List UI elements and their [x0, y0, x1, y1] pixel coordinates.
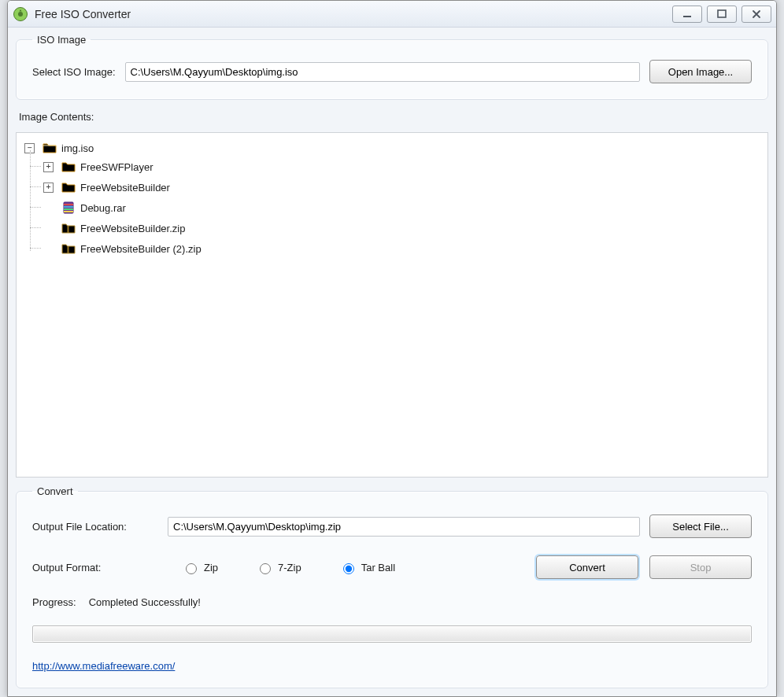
output-location-label: Output File Location:: [32, 521, 158, 533]
select-iso-row: Select ISO Image: Open Image...: [32, 60, 752, 83]
tree-root[interactable]: − img.iso +: [20, 138, 764, 260]
convert-button[interactable]: Convert: [536, 555, 638, 579]
app-icon: [13, 6, 28, 22]
format-radio-tarball[interactable]: Tar Ball: [339, 561, 395, 574]
tree-item-file[interactable]: Debug.rar: [43, 197, 764, 218]
progress-bar: [32, 625, 752, 643]
zip-archive-icon: [61, 242, 76, 256]
app-window: Free ISO Converter ISO Image Select ISO …: [7, 0, 777, 697]
svg-rect-2: [683, 16, 691, 17]
expand-icon[interactable]: +: [43, 162, 54, 172]
svg-rect-9: [68, 226, 69, 233]
iso-image-legend: ISO Image: [32, 34, 91, 46]
output-location-row: Output File Location: Select File...: [32, 514, 752, 538]
close-button[interactable]: [741, 6, 771, 23]
client-area: ISO Image Select ISO Image: Open Image..…: [8, 28, 776, 696]
tree-item-folder[interactable]: + FreeWebsiteBuilder: [43, 177, 764, 197]
zip-archive-icon: [61, 221, 76, 235]
tree-item-folder[interactable]: + FreeSWFPlayer: [43, 157, 764, 177]
window-controls: [672, 6, 771, 23]
svg-rect-8: [64, 211, 73, 212]
output-path-input[interactable]: [168, 517, 640, 537]
image-contents-tree[interactable]: − img.iso +: [16, 132, 768, 478]
format-radio-7zip[interactable]: 7-Zip: [256, 561, 301, 574]
rar-archive-icon: [61, 201, 76, 215]
expand-icon[interactable]: +: [43, 183, 54, 193]
minimize-button[interactable]: [672, 6, 702, 23]
radio-input[interactable]: [260, 563, 271, 574]
select-iso-label: Select ISO Image:: [32, 66, 116, 78]
svg-rect-5: [64, 204, 73, 205]
svg-rect-10: [68, 246, 69, 253]
svg-point-1: [18, 12, 23, 17]
tree-node-label: img.iso: [61, 142, 94, 154]
radio-label: Zip: [204, 562, 218, 573]
open-image-button[interactable]: Open Image...: [649, 60, 752, 83]
progress-row: Progress: Completed Successfully!: [32, 596, 752, 608]
output-format-label: Output Format:: [32, 562, 158, 573]
convert-group: Convert Output File Location: Select Fil…: [16, 485, 768, 688]
select-file-button[interactable]: Select File...: [649, 514, 752, 538]
progress-label: Progress:: [32, 596, 76, 608]
app-title: Free ISO Converter: [35, 8, 131, 20]
title-bar: Free ISO Converter: [8, 1, 776, 28]
tree-node-label: FreeWebsiteBuilder: [80, 182, 170, 194]
tree-node-label: FreeSWFPlayer: [80, 161, 153, 173]
tree-item-file[interactable]: FreeWebsiteBuilder.zip: [43, 218, 764, 238]
vendor-link[interactable]: http://www.mediafreeware.com/: [32, 660, 175, 672]
svg-rect-3: [718, 10, 726, 17]
radio-input[interactable]: [343, 563, 354, 574]
tree-node-label: FreeWebsiteBuilder (2).zip: [80, 243, 202, 255]
stop-button[interactable]: Stop: [649, 555, 752, 579]
output-format-row: Output Format: Zip 7-Zip Tar Ball: [32, 555, 752, 579]
svg-rect-6: [64, 206, 73, 208]
folder-open-icon: [43, 141, 57, 155]
progress-status: Completed Successfully!: [89, 596, 201, 608]
tree-node-label: FreeWebsiteBuilder.zip: [80, 223, 185, 234]
format-radio-zip[interactable]: Zip: [182, 561, 218, 574]
iso-image-group: ISO Image Select ISO Image: Open Image..…: [16, 34, 768, 100]
radio-label: Tar Ball: [361, 562, 395, 573]
folder-icon: [61, 160, 76, 174]
convert-legend: Convert: [32, 485, 78, 497]
image-contents-label: Image Contents:: [19, 111, 765, 123]
iso-path-input[interactable]: [125, 62, 641, 82]
folder-icon: [61, 180, 76, 194]
radio-label: 7-Zip: [278, 562, 301, 573]
radio-input[interactable]: [186, 563, 197, 574]
tree-item-file[interactable]: FreeWebsiteBuilder (2).zip: [43, 238, 764, 259]
maximize-button[interactable]: [707, 6, 737, 23]
tree-node-label: Debug.rar: [80, 202, 126, 214]
svg-rect-7: [64, 208, 73, 210]
